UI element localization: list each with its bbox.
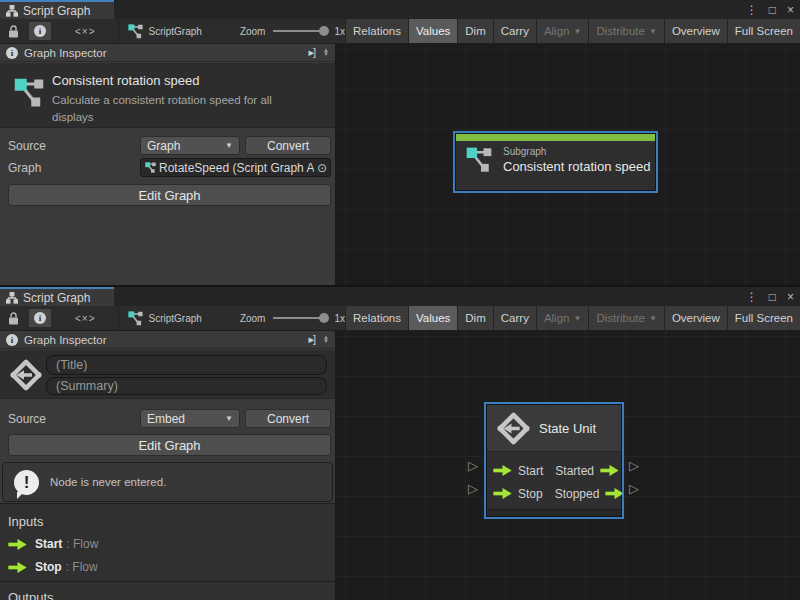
- zoom-slider[interactable]: [273, 25, 327, 37]
- full-screen-button[interactable]: Full Screen: [727, 306, 800, 330]
- close-icon[interactable]: ×: [787, 4, 794, 16]
- distribute-button[interactable]: Distribute ▼: [588, 306, 664, 330]
- menu-icon[interactable]: ⋮: [746, 4, 758, 16]
- close-icon[interactable]: ×: [787, 291, 794, 303]
- graph-inspector-panel: i Graph Inspector ▸] ▲ ▼ Source Embed ▼: [0, 331, 336, 600]
- tab-title: Script Graph: [23, 4, 90, 18]
- graph-inspector-header: i Graph Inspector ▸] ▲ ▼: [0, 331, 335, 349]
- port-type: : Flow: [66, 537, 98, 551]
- code-icon[interactable]: <×>: [75, 26, 96, 37]
- info-toggle-button[interactable]: i: [28, 308, 52, 328]
- port-name: Stop: [35, 560, 62, 574]
- input-port-row: Stop : Flow: [8, 560, 98, 574]
- maximize-icon[interactable]: □: [769, 4, 776, 16]
- code-icon[interactable]: <×>: [75, 313, 96, 324]
- input-port-label: Stop: [518, 487, 543, 501]
- port-name: Start: [35, 537, 62, 551]
- info-toggle-button[interactable]: i: [28, 21, 52, 41]
- graph-hierarchy-icon: [6, 292, 18, 304]
- dock-panel-icon[interactable]: ▸]: [308, 46, 315, 59]
- graph-canvas[interactable]: Subgraph Consistent rotation speed: [336, 44, 800, 285]
- relations-button[interactable]: Relations: [345, 306, 408, 330]
- overview-button[interactable]: Overview: [664, 19, 727, 43]
- carry-button[interactable]: Carry: [493, 19, 536, 43]
- port-connector-icon[interactable]: ▷: [629, 482, 639, 495]
- window-controls: ⋮ □ ×: [746, 287, 794, 306]
- graph-canvas[interactable]: State Unit Start Started: [336, 331, 800, 600]
- relations-button[interactable]: Relations: [345, 19, 408, 43]
- spinner-down-icon[interactable]: ▼: [323, 53, 329, 56]
- edit-graph-button[interactable]: Edit Graph: [8, 434, 331, 456]
- info-icon: i: [34, 312, 46, 324]
- chevron-down-icon: ▼: [573, 314, 581, 323]
- overview-button[interactable]: Overview: [664, 306, 727, 330]
- graph-inspector-panel: i Graph Inspector ▸] ▲ ▼ Consistent rota…: [0, 44, 336, 285]
- title-field[interactable]: [46, 355, 327, 375]
- menu-icon[interactable]: ⋮: [746, 291, 758, 303]
- graph-title: Consistent rotation speed: [52, 73, 199, 88]
- carry-button[interactable]: Carry: [493, 306, 536, 330]
- distribute-button[interactable]: Distribute ▼: [588, 19, 664, 43]
- summary-field[interactable]: [46, 377, 327, 395]
- chevron-down-icon: ▼: [225, 141, 233, 150]
- port-connector-icon[interactable]: ▷: [468, 459, 478, 472]
- graph-summary-block: Consistent rotation speed Calculate a co…: [0, 63, 335, 128]
- lock-icon[interactable]: [8, 312, 19, 325]
- node-title: Consistent rotation speed: [503, 159, 650, 174]
- port-connector-icon[interactable]: ▷: [629, 459, 639, 472]
- values-button[interactable]: Values: [408, 306, 457, 330]
- subgraph-node[interactable]: Subgraph Consistent rotation speed: [455, 133, 656, 191]
- spinner-down-icon[interactable]: ▼: [323, 340, 329, 343]
- script-graph-icon: [128, 311, 143, 326]
- section-divider: [0, 581, 335, 582]
- align-button[interactable]: Align ▼: [536, 306, 589, 330]
- dim-button[interactable]: Dim: [457, 306, 492, 330]
- script-graph-window-top: Script Graph ⋮ □ × i <×> ScriptGraph Zoo…: [0, 0, 800, 285]
- graph-meta-block: [0, 350, 335, 399]
- graph-inspector-header: i Graph Inspector ▸] ▲ ▼: [0, 44, 335, 62]
- tab-script-graph[interactable]: Script Graph: [0, 287, 114, 306]
- warning-bubble-icon: !: [14, 470, 39, 495]
- tab-bar: Script Graph ⋮ □ ×: [0, 287, 800, 306]
- port-connector-icon[interactable]: ▷: [468, 482, 478, 495]
- dock-panel-icon[interactable]: ▸]: [308, 333, 315, 346]
- source-dropdown[interactable]: Graph ▼: [140, 136, 240, 155]
- zoom-slider-handle[interactable]: [319, 313, 329, 323]
- flow-arrow-icon[interactable]: [493, 488, 512, 499]
- zoom-value: 1x: [334, 26, 345, 37]
- flow-arrow-icon[interactable]: [605, 488, 624, 499]
- port-row: Stop Stopped: [493, 482, 615, 505]
- panel-scroll-spinner[interactable]: ▲ ▼: [323, 49, 329, 56]
- outputs-header: Outputs: [8, 590, 54, 600]
- panel-scroll-spinner[interactable]: ▲ ▼: [323, 336, 329, 343]
- values-button[interactable]: Values: [408, 19, 457, 43]
- zoom-slider[interactable]: [273, 312, 327, 324]
- lock-icon[interactable]: [8, 25, 19, 38]
- edit-graph-button[interactable]: Edit Graph: [8, 184, 331, 206]
- full-screen-button[interactable]: Full Screen: [727, 19, 800, 43]
- tab-script-graph[interactable]: Script Graph: [0, 0, 114, 19]
- distribute-label: Distribute: [596, 312, 645, 324]
- chevron-down-icon: ▼: [573, 27, 581, 36]
- state-unit-node[interactable]: State Unit Start Started: [486, 404, 622, 517]
- align-label: Align: [544, 25, 570, 37]
- maximize-icon[interactable]: □: [769, 291, 776, 303]
- node-footer: [487, 509, 621, 516]
- graph-field-label: Graph: [8, 161, 41, 175]
- flow-arrow-icon[interactable]: [493, 465, 512, 476]
- zoom-slider-handle[interactable]: [319, 26, 329, 36]
- dim-button[interactable]: Dim: [457, 19, 492, 43]
- source-label: Source: [8, 412, 46, 426]
- port-row: Start Started: [493, 459, 615, 482]
- graph-object-field[interactable]: RotateSpeed (Script Graph A ⊙: [140, 158, 331, 177]
- object-picker-icon[interactable]: ⊙: [317, 161, 327, 175]
- convert-button[interactable]: Convert: [245, 409, 331, 428]
- node-ports: Start Started Stop Stopped: [487, 452, 621, 510]
- source-dropdown[interactable]: Embed ▼: [140, 409, 240, 428]
- flow-arrow-icon: [8, 539, 27, 550]
- script-graph-icon: [128, 24, 143, 39]
- align-button[interactable]: Align ▼: [536, 19, 589, 43]
- graph-toolbar: i <×> ScriptGraph Zoom 1x Relations Valu…: [0, 306, 800, 331]
- flow-arrow-icon[interactable]: [600, 465, 619, 476]
- convert-button[interactable]: Convert: [245, 136, 331, 155]
